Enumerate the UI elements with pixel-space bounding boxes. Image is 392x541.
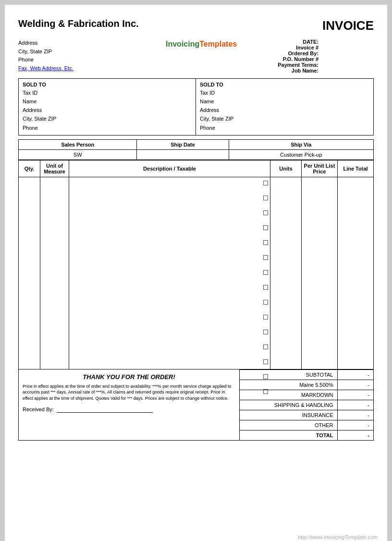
po-label: P.O. Number # — [260, 56, 318, 62]
ship-date-value — [137, 149, 229, 160]
sold-to-left: SOLD TO Tax ID Name Address City, State … — [19, 79, 196, 135]
received-by-line[interactable] — [57, 406, 153, 413]
insurance-label: INSURANCE — [240, 410, 337, 420]
invoice-table-head: Qty. Unit of Measure Description / Taxab… — [19, 160, 374, 177]
taxable-checkbox-14[interactable] — [263, 374, 268, 379]
unit-price-header: Per Unit List Price — [302, 160, 338, 177]
taxable-checkbox-11[interactable] — [263, 330, 268, 334]
insurance-row: INSURANCE - — [240, 410, 373, 420]
markdown-value: - — [337, 390, 373, 400]
date-value — [318, 39, 374, 45]
taxable-checkbox-6[interactable] — [263, 255, 268, 260]
sold-to-section: SOLD TO Tax ID Name Address City, State … — [18, 78, 374, 135]
invoice-meta: DATE: Invoice # Ordered By: P.O. Number … — [260, 39, 374, 74]
sold-to-left-address: Address — [23, 106, 192, 114]
invoice-num-value — [318, 45, 374, 50]
footer-area: THANK YOU FOR THE ORDER! Price in effect… — [18, 369, 374, 441]
taxable-checkbox-2[interactable] — [263, 196, 268, 200]
po-value — [318, 56, 374, 62]
sold-to-left-taxid: Tax ID — [23, 88, 192, 97]
fax-web-link[interactable]: Fax, Web Address, Etc. — [18, 65, 74, 71]
company-city: City, State ZIP — [18, 48, 143, 56]
ordered-by-value — [318, 50, 374, 56]
sold-to-right-address: Address — [200, 106, 369, 114]
ship-via-header: Ship Via — [229, 139, 373, 149]
ordered-by-row: Ordered By: — [260, 50, 374, 56]
company-phone: Phone — [18, 56, 143, 64]
tax-row: Maine 5.500% - — [240, 380, 373, 390]
job-value — [318, 68, 374, 74]
sold-to-left-header: SOLD TO — [23, 82, 192, 87]
tax-value: - — [337, 380, 373, 390]
ship-date-header: Ship Date — [137, 139, 229, 149]
watermark: http://www.InvoicingTemplate.com — [298, 534, 378, 540]
sold-to-left-phone: Phone — [23, 123, 192, 132]
shipping-row: SHIPPING & HANDLING - — [240, 400, 373, 410]
taxable-checkbox-4[interactable] — [263, 225, 268, 230]
desc-header: Description / Taxable — [69, 160, 270, 177]
subtotal-row: SUBTOTAL - — [240, 369, 373, 380]
ordered-by-label: Ordered By: — [260, 50, 318, 56]
received-by: Received By: — [23, 406, 235, 413]
subtotal-value: - — [337, 369, 373, 380]
payment-row: Payment Terms: — [260, 62, 374, 68]
job-row: Job Name: — [260, 68, 374, 74]
company-fax: Fax, Web Address, Etc. — [18, 64, 143, 73]
taxable-checkbox-12[interactable] — [263, 344, 268, 349]
ship-table: Sales Person Ship Date Ship Via SW Custo… — [18, 139, 374, 160]
po-row: P.O. Number # — [260, 56, 374, 62]
sold-to-right: SOLD TO Tax ID Name Address City, State … — [196, 79, 373, 135]
sales-person-header: Sales Person — [19, 139, 137, 149]
sold-to-right-taxid: Tax ID — [200, 88, 369, 97]
unit-price-cell[interactable] — [302, 177, 338, 369]
units-cell[interactable] — [270, 177, 302, 369]
company-address: Address — [18, 39, 143, 48]
other-row: OTHER - — [240, 420, 373, 430]
thank-you-message: THANK YOU FOR THE ORDER! — [23, 373, 235, 381]
taxable-checkbox-3[interactable] — [263, 210, 268, 215]
uom-cell[interactable] — [40, 177, 69, 369]
company-address-block: Address City, State ZIP Phone Fax, Web A… — [18, 39, 143, 74]
invoice-num-row: Invoice # — [260, 45, 374, 50]
other-label: OTHER — [240, 420, 337, 430]
invoice-col-headers: Qty. Unit of Measure Description / Taxab… — [19, 160, 374, 177]
other-value: - — [337, 420, 373, 430]
received-by-label: Received By: — [23, 406, 54, 412]
invoice-title: INVOICE — [322, 18, 374, 33]
sold-to-right-name: Name — [200, 97, 369, 106]
taxable-checkbox-8[interactable] — [263, 285, 268, 290]
qty-cell[interactable] — [19, 177, 40, 369]
date-row: DATE: — [260, 39, 374, 45]
insurance-value: - — [337, 410, 373, 420]
taxable-checkbox-5[interactable] — [263, 240, 268, 245]
invoice-num-label: Invoice # — [260, 45, 318, 50]
total-value: - — [337, 430, 373, 440]
invoice-table-body — [19, 177, 374, 369]
taxable-checkbox-9[interactable] — [263, 300, 268, 305]
data-row-main — [19, 177, 374, 369]
sold-to-right-phone: Phone — [200, 123, 369, 132]
sold-to-left-name: Name — [23, 97, 192, 106]
markdown-label: MARKDOWN — [240, 390, 337, 400]
line-total-cell[interactable] — [338, 177, 374, 369]
ship-value-row: SW Customer Pick-up — [19, 149, 374, 160]
taxable-checkbox-1[interactable] — [263, 181, 268, 185]
footer-left: THANK YOU FOR THE ORDER! Price in effect… — [18, 369, 239, 441]
taxable-checkbox-7[interactable] — [263, 270, 268, 275]
taxable-checkbox-10[interactable] — [263, 315, 268, 320]
logo: InvoicingTemplates — [148, 39, 255, 74]
sold-to-right-header: SOLD TO — [200, 82, 369, 87]
company-name: Welding & Fabrication Inc. — [18, 18, 139, 29]
footer-right: SUBTOTAL - Maine 5.500% - MARKDOWN - SHI… — [239, 369, 374, 441]
units-header: Units — [270, 160, 302, 177]
ship-header-row: Sales Person Ship Date Ship Via — [19, 139, 374, 149]
uom-header: Unit of Measure — [40, 160, 69, 177]
ship-via-value: Customer Pick-up — [229, 149, 373, 160]
shipping-label: SHIPPING & HANDLING — [240, 400, 337, 410]
meta-table: DATE: Invoice # Ordered By: P.O. Number … — [260, 39, 374, 74]
taxable-checkbox-13[interactable] — [263, 359, 268, 364]
sales-person-value: SW — [19, 149, 137, 160]
desc-cell[interactable] — [69, 177, 270, 369]
taxable-checkbox-15[interactable] — [263, 389, 268, 394]
line-total-header: Line Total — [338, 160, 374, 177]
